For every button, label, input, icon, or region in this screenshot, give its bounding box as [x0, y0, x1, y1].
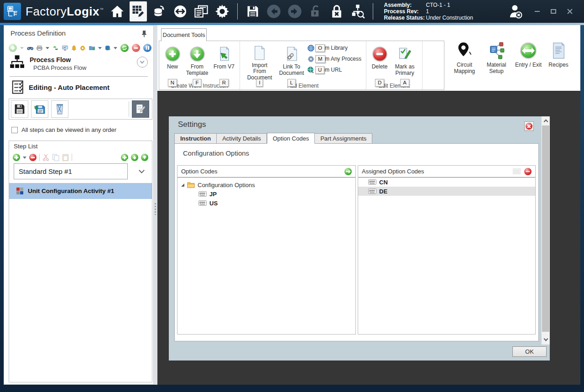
pin-button[interactable]	[141, 30, 147, 39]
material-setup-button[interactable]: Material Setup	[482, 42, 511, 75]
bell-icon[interactable]	[71, 44, 77, 52]
assigned-row-de-selected[interactable]: DE	[358, 187, 535, 196]
delete-data-dropdown[interactable]	[114, 47, 117, 49]
redo-button[interactable]	[286, 1, 303, 21]
option-code-row-us[interactable]: US	[177, 199, 355, 208]
tab-instruction[interactable]: Instruction	[174, 133, 217, 144]
barcode-icon	[198, 191, 207, 197]
user-logout-icon	[508, 4, 524, 19]
save-button[interactable]	[244, 1, 261, 21]
brand-name: FactoryLogix™	[26, 5, 104, 19]
dialog-title: Settings	[178, 120, 206, 129]
settings-button[interactable]	[214, 1, 231, 21]
refresh-button[interactable]	[120, 44, 129, 52]
from-url-button[interactable]: From URL U	[308, 66, 361, 74]
workstation-icon	[6, 5, 18, 17]
print-icon[interactable]	[36, 44, 42, 52]
logout-button[interactable]	[507, 1, 525, 21]
process-definition-button[interactable]	[130, 1, 147, 21]
export-icon[interactable]	[89, 44, 95, 52]
tab-part-assignments[interactable]: Part Assignments	[315, 133, 372, 144]
export-dropdown[interactable]	[98, 47, 102, 49]
import-from-document-button[interactable]: Import From Document I	[243, 43, 276, 81]
minimize-button[interactable]	[531, 5, 543, 17]
home-button[interactable]	[109, 1, 126, 21]
paste-icon[interactable]	[62, 154, 69, 161]
process-flow-icon	[10, 55, 24, 69]
unlock-button[interactable]	[307, 1, 324, 21]
dialog-scrollbar[interactable]	[541, 116, 550, 345]
add-process-button[interactable]	[9, 44, 17, 52]
scroll-up-button[interactable]	[542, 116, 550, 125]
process-flow-row[interactable]: Process Flow PCBA Process Flow	[10, 55, 150, 75]
process-rev-value: 1	[426, 8, 429, 15]
from-v7-button[interactable]: From V7 R	[211, 43, 237, 81]
new-button[interactable]: New N	[162, 43, 183, 81]
edit-notes-button[interactable]	[132, 100, 149, 118]
data-import-button[interactable]	[151, 1, 168, 21]
link-to-document-button[interactable]: Link To Document L	[276, 43, 307, 81]
activity-row-selected[interactable]: Unit Configuration Activity #1	[9, 183, 152, 199]
chevron-down-icon	[543, 337, 548, 341]
tab-option-codes[interactable]: Option Codes	[267, 133, 315, 144]
step-selector[interactable]: Standard Step #1	[14, 163, 128, 179]
assign-option-button[interactable]	[344, 168, 352, 175]
move-step-up-button[interactable]	[131, 154, 138, 161]
delete-data-icon[interactable]	[105, 44, 110, 52]
sync-button[interactable]	[172, 1, 189, 21]
deactivate-button[interactable]	[132, 44, 140, 52]
panel-splitter[interactable]	[154, 25, 157, 385]
link-document-icon	[285, 46, 298, 62]
recipes-button[interactable]: Recipes	[546, 42, 571, 75]
assigned-row-cn[interactable]: CN	[358, 178, 535, 187]
move-step-down-button[interactable]	[141, 154, 148, 161]
from-template-button[interactable]: From Template F	[183, 43, 211, 81]
lock-reject-button[interactable]	[328, 1, 345, 21]
collapse-button[interactable]	[137, 57, 148, 68]
tree-expander-icon[interactable]	[181, 183, 184, 187]
mark-as-primary-button[interactable]: Mark as Primary A	[390, 43, 419, 81]
details-icon[interactable]	[513, 168, 521, 174]
copy-icon[interactable]	[52, 154, 59, 161]
scroll-down-button[interactable]	[542, 335, 550, 344]
back-arrow-icon	[266, 4, 281, 19]
cut-icon[interactable]	[42, 154, 49, 161]
tab-document-tools[interactable]: Document Tools	[161, 28, 207, 41]
print-dropdown[interactable]	[46, 47, 49, 49]
add-process-dropdown[interactable]	[20, 47, 24, 49]
find-icon[interactable]	[27, 44, 33, 52]
pause-button[interactable]	[143, 44, 151, 52]
close-button[interactable]	[564, 5, 576, 17]
presentation-icon[interactable]	[62, 44, 68, 52]
import-instruction-button[interactable]	[31, 100, 48, 118]
add-step-button[interactable]	[13, 154, 20, 161]
dialog-close-button[interactable]	[524, 121, 534, 131]
scrollbar-thumb[interactable]	[542, 125, 549, 332]
tab-activity-details[interactable]: Activity Details	[217, 133, 267, 144]
remove-assigned-button[interactable]	[524, 168, 532, 175]
discard-instruction-button[interactable]	[51, 100, 68, 118]
undo-button[interactable]	[265, 1, 282, 21]
reports-button[interactable]	[193, 1, 210, 21]
option-code-row-jp[interactable]: JP	[177, 189, 355, 199]
any-order-checkbox[interactable]	[11, 127, 18, 133]
barcode-icon	[198, 200, 207, 206]
circuit-mapping-button[interactable]: Circuit Mapping	[450, 42, 479, 75]
chevron-down-icon[interactable]	[139, 167, 145, 173]
gear-gold-icon[interactable]	[80, 44, 85, 52]
from-any-process-button[interactable]: From Any Process M	[308, 55, 361, 63]
keytip-import: I	[256, 79, 263, 87]
sync-steps-icon[interactable]	[52, 44, 59, 52]
maximize-button[interactable]	[548, 5, 559, 17]
delete-element-button[interactable]: Delete D	[369, 43, 390, 81]
renumber-steps-button[interactable]	[121, 154, 128, 161]
add-step-dropdown[interactable]	[23, 157, 26, 159]
close-icon	[567, 8, 573, 15]
save-instruction-button[interactable]	[11, 100, 28, 118]
ok-button[interactable]: OK	[512, 346, 547, 357]
tree-root-row[interactable]: Configuration Options	[177, 180, 355, 189]
from-library-button[interactable]: From Library O	[308, 44, 361, 52]
entry-exit-button[interactable]: Entry / Exit	[514, 42, 542, 75]
remove-step-button[interactable]	[29, 154, 36, 161]
process-search-button[interactable]	[349, 1, 366, 21]
